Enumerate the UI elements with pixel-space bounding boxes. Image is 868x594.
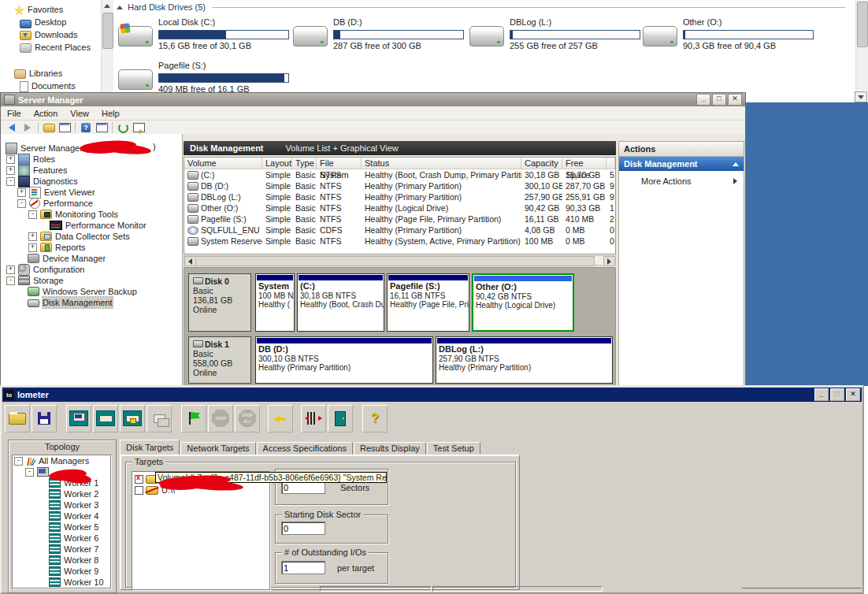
tab[interactable]: Results Display [354, 442, 426, 455]
start-network-worker-button[interactable] [120, 405, 145, 433]
nav-item[interactable]: Recent Places [0, 41, 101, 54]
duplicate-worker-button[interactable] [147, 405, 172, 433]
back-button[interactable] [4, 121, 20, 134]
expand-toggle[interactable]: - [25, 468, 34, 477]
worker-item[interactable]: Worker 6 [13, 533, 110, 544]
nav-scrollbar[interactable] [101, 0, 113, 93]
expand-toggle[interactable]: - [17, 199, 26, 208]
console-window-button-2[interactable] [94, 121, 109, 134]
expand-toggle[interactable]: + [28, 243, 37, 252]
nav-item[interactable]: Libraries [0, 67, 101, 80]
about-button[interactable]: ? [362, 405, 388, 433]
edit-access-specs-button[interactable] [301, 405, 326, 433]
worker-item[interactable]: Worker 10 [13, 577, 110, 588]
volume-row[interactable]: DB (D:) Simple Basic NTFS Healthy (Prima… [184, 180, 615, 191]
nav-scrollbar-thumb[interactable] [102, 13, 113, 49]
outstanding-ios-input[interactable] [281, 561, 325, 574]
help-button[interactable]: ? [78, 121, 94, 134]
partition[interactable]: Pagefile (S:) 16,11 GB NTFS Healthy (Pag… [387, 273, 469, 332]
worker-item[interactable]: Worker 9 [13, 566, 110, 577]
expand-toggle[interactable]: + [17, 188, 26, 197]
minimize-button[interactable]: _ [696, 94, 710, 106]
scroll-left-button[interactable] [184, 256, 196, 266]
column-header[interactable]: Volume [184, 158, 262, 169]
column-header[interactable]: Type [292, 158, 317, 169]
drive-item[interactable]: Local Disk (C:) 15,6 GB free of 30,1 GB [118, 17, 290, 58]
drive-item[interactable]: DBLog (L:) 255 GB free of 257 GB [469, 17, 641, 58]
all-managers-item[interactable]: - All Managers [13, 455, 110, 466]
open-file-button[interactable] [5, 405, 30, 433]
save-file-button[interactable] [32, 405, 57, 433]
close-button[interactable]: ✕ [846, 388, 860, 401]
worker-item[interactable]: Worker 3 [13, 499, 110, 510]
expand-toggle[interactable]: + [28, 232, 37, 241]
partition[interactable]: Other (O:) 90,42 GB NTFS Healthy (Logica… [472, 273, 574, 332]
close-button[interactable]: ✕ [728, 94, 742, 106]
nav-item[interactable]: Downloads [0, 28, 101, 41]
start-disk-worker-button[interactable] [93, 405, 118, 433]
disk0-label[interactable]: Disk 0 Basic 136,81 GB Online [188, 273, 251, 332]
files-scrollbar-thumb[interactable] [857, 2, 868, 47]
target-checkbox-checked[interactable] [135, 475, 143, 484]
dropdown-button[interactable] [855, 91, 867, 102]
starting-disk-sector-input[interactable] [281, 522, 325, 535]
maximize-button[interactable]: □ [712, 94, 726, 106]
volume-row[interactable]: DBLog (L:) Simple Basic NTFS Healthy (Pr… [184, 191, 615, 202]
tab[interactable]: Access Specifications [257, 442, 353, 455]
nav-item[interactable]: Documents [0, 80, 101, 92]
column-header[interactable]: Free Space [562, 158, 606, 169]
column-header[interactable]: File System [317, 158, 362, 169]
scroll-right-button[interactable] [603, 256, 615, 266]
server-manager-titlebar[interactable]: Server Manager _ □ ✕ [1, 93, 745, 106]
table-hscrollbar[interactable] [184, 255, 616, 265]
tree-item[interactable]: Device Manager [1, 253, 182, 264]
expand-toggle[interactable]: - [14, 457, 23, 466]
menu-item[interactable]: File [1, 109, 28, 118]
volume-row[interactable]: (C:) Simple Basic NTFS Healthy (Boot, Cr… [184, 169, 615, 180]
tree-item[interactable]: - Monitoring Tools [1, 209, 182, 220]
console-window-button[interactable] [57, 121, 72, 134]
drive-group-header[interactable]: Hard Disk Drives (5) [117, 2, 845, 12]
export-list-button[interactable] [131, 121, 147, 134]
tab[interactable]: Network Targets [180, 442, 255, 455]
tree-item[interactable]: - Performance [1, 198, 182, 209]
column-header[interactable] [606, 158, 615, 169]
tree-item[interactable]: Disk Management [1, 297, 182, 308]
stop-test-button[interactable]: STOP [208, 405, 233, 433]
scroll-up-button[interactable] [102, 0, 113, 12]
expand-toggle[interactable]: - [6, 277, 15, 285]
more-actions-item[interactable]: More Actions [619, 176, 744, 186]
tree-item[interactable]: - Storage [1, 275, 182, 286]
menu-item[interactable]: Help [95, 109, 126, 118]
nav-item[interactable]: Favorites [0, 3, 101, 16]
worker-item[interactable]: Worker 8 [13, 555, 110, 566]
reset-workers-button[interactable] [268, 405, 293, 433]
hscrollbar-thumb[interactable] [195, 256, 595, 266]
actions-group-bar[interactable]: Disk Management [619, 157, 744, 171]
worker-item[interactable]: Worker 7 [13, 544, 110, 555]
worker-item[interactable]: Worker 5 [13, 522, 110, 533]
menu-item[interactable]: View [64, 109, 95, 118]
partition[interactable]: (C:) 30,18 GB NTFS Healthy (Boot, Crash … [297, 273, 384, 332]
expand-toggle[interactable]: + [6, 155, 15, 164]
tree-item[interactable]: + Reports [1, 242, 182, 253]
exit-button[interactable] [328, 405, 353, 433]
tree-item[interactable]: + Configuration [1, 264, 182, 275]
column-header[interactable]: Layout [262, 158, 292, 169]
drive-item[interactable]: DB (D:) 287 GB free of 300 GB [293, 17, 465, 58]
expand-toggle[interactable]: + [6, 166, 15, 175]
files-scrollbar[interactable] [855, 0, 868, 91]
worker-item[interactable]: Worker 4 [13, 510, 110, 522]
expand-toggle[interactable]: + [6, 265, 15, 274]
partition[interactable]: System 100 MB N Healthy ( [255, 273, 295, 332]
tree-item[interactable]: Windows Server Backup [1, 286, 182, 297]
tree-item[interactable]: + Event Viewer [1, 187, 182, 198]
stop-all-tests-button[interactable]: STOPALL [235, 405, 260, 433]
minimize-button[interactable]: _ [814, 388, 829, 401]
forward-button[interactable] [20, 121, 35, 134]
column-header[interactable]: Status [362, 158, 521, 169]
volume-row[interactable]: System Reserved Simple Basic NTFS Health… [184, 236, 615, 247]
start-test-button[interactable] [181, 405, 206, 433]
tab[interactable]: Test Setup [427, 442, 480, 455]
menu-item[interactable]: Action [28, 109, 65, 118]
